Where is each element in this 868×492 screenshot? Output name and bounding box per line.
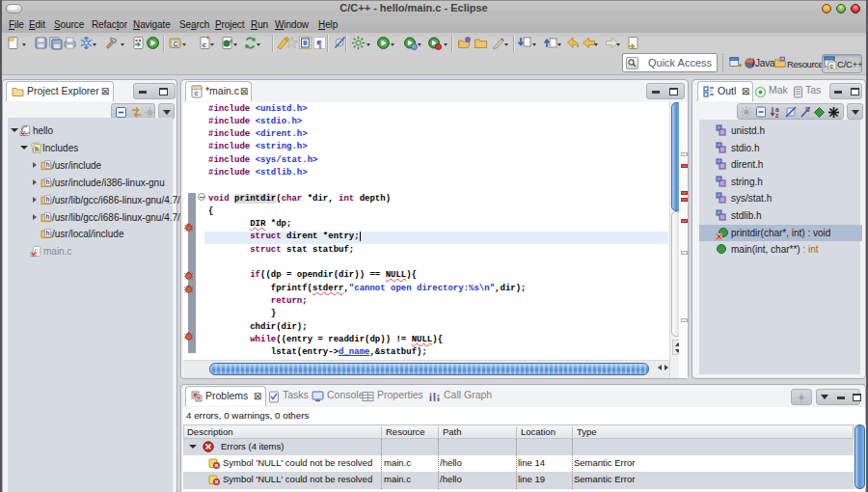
svg-text:h: h	[46, 161, 50, 168]
svg-text:c: c	[830, 63, 834, 69]
svg-text:c: c	[195, 89, 199, 97]
svg-text:h: h	[46, 178, 50, 185]
svg-text:h: h	[46, 213, 50, 220]
svg-text:¶: ¶	[316, 38, 322, 49]
svg-text:h: h	[46, 230, 50, 236]
svg-text:h: h	[46, 196, 50, 203]
svg-text:c: c	[203, 41, 207, 49]
svg-text:z: z	[775, 112, 779, 119]
svg-text:h: h	[35, 146, 39, 152]
svg-text:C: C	[174, 41, 178, 47]
